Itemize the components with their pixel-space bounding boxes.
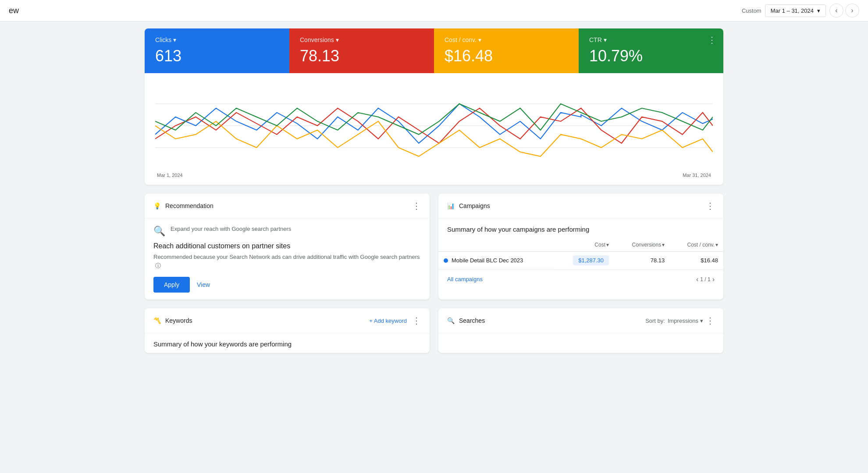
campaigns-card: 📊 Campaigns ⋮ Summary of how your campai… [438, 194, 723, 300]
sort-select[interactable]: Impressions ▾ [668, 318, 703, 324]
conversions-value: 78.13 [300, 47, 423, 65]
keywords-icon: 〽️ [153, 317, 161, 324]
more-options-button[interactable]: ⋮ [708, 35, 716, 44]
recommendation-body: 🔍 Expand your reach with Google search p… [145, 219, 430, 300]
lightbulb-icon: 💡 [153, 202, 161, 209]
recommendation-sub-label: Expand your reach with Google search par… [171, 226, 291, 232]
clicks-value: 613 [155, 47, 279, 65]
recommendation-header: 💡 Recommendation ⋮ [145, 194, 430, 219]
nav-arrows: ‹ › [829, 4, 859, 18]
keywords-label: Keywords [165, 317, 192, 324]
recommendation-header-left: 💡 Recommendation [153, 202, 213, 209]
recommendation-description: Recommended because your Search Network … [153, 253, 421, 270]
col-cost-conv[interactable]: Cost / conv. ▾ [670, 238, 723, 252]
searches-header-left: 🔍 Searches [447, 317, 485, 324]
chevron-down-icon: ▾ [700, 318, 703, 324]
view-button[interactable]: View [197, 281, 210, 288]
keywords-header-left: 〽️ Keywords [153, 317, 192, 324]
campaign-conversions-cell: 78.13 [614, 252, 670, 270]
search-icon: 🔍 [153, 226, 165, 237]
keywords-card: 〽️ Keywords + Add keyword ⋮ Summary of h… [145, 308, 430, 353]
campaigns-header-left: 📊 Campaigns [447, 202, 490, 209]
campaigns-summary: Summary of how your campaigns are perfor… [438, 219, 723, 238]
add-keyword-button[interactable]: + Add keyword [369, 318, 407, 324]
recommendation-actions: Apply View [153, 277, 421, 293]
recommendation-row: 🔍 Expand your reach with Google search p… [153, 226, 421, 237]
custom-label: Custom [742, 7, 761, 14]
chart-dates: Mar 1, 2024 Mar 31, 2024 [155, 173, 713, 178]
recommendation-card: 💡 Recommendation ⋮ 🔍 Expand your reach w… [145, 194, 430, 300]
keywords-summary: Summary of how your keywords are perform… [145, 333, 430, 353]
info-icon: ⓘ [155, 262, 161, 269]
bottom-grid: 💡 Recommendation ⋮ 🔍 Expand your reach w… [145, 194, 723, 353]
campaign-cost-conv-cell: $16.48 [670, 252, 723, 270]
recommendation-title: Reach additional customers on partner si… [153, 242, 421, 250]
metric-clicks: Clicks ▾ 613 [145, 28, 289, 73]
search-icon: 🔍 [447, 317, 455, 324]
stats-card: Clicks ▾ 613 Conversions ▾ 78.13 Cost / … [145, 28, 723, 185]
col-campaign-name [438, 238, 555, 252]
main-content: Clicks ▾ 613 Conversions ▾ 78.13 Cost / … [136, 21, 732, 360]
metric-conversions: Conversions ▾ 78.13 [289, 28, 434, 73]
chevron-down-icon: ▾ [336, 36, 339, 43]
sort-arrow-icon: ▾ [715, 242, 718, 248]
conversions-label[interactable]: Conversions ▾ [300, 36, 423, 43]
campaigns-more-button[interactable]: ⋮ [706, 201, 715, 211]
performance-chart [155, 82, 713, 169]
sort-by-label: Sort by: [645, 318, 665, 324]
clicks-label[interactable]: Clicks ▾ [155, 36, 279, 43]
sort-value: Impressions [668, 318, 698, 324]
campaigns-footer: All campaigns ‹ 1 / 1 › [438, 270, 723, 289]
searches-header: 🔍 Searches Sort by: Impressions ▾ ⋮ [438, 308, 723, 333]
cost-conv-label[interactable]: Cost / conv. ▾ [445, 36, 568, 43]
campaigns-header: 📊 Campaigns ⋮ [438, 194, 723, 219]
campaign-cost-cell: $1,287.30 [555, 252, 614, 270]
keywords-header: 〽️ Keywords + Add keyword ⋮ [145, 308, 430, 333]
metric-cost-conv: Cost / conv. ▾ $16.48 [434, 28, 579, 73]
searches-header-right: Sort by: Impressions ▾ ⋮ [645, 315, 715, 326]
chevron-down-icon: ▾ [817, 7, 820, 14]
ctr-label[interactable]: CTR ▾ [589, 36, 713, 43]
cost-value: $1,287.30 [573, 255, 609, 265]
cost-conv-value: $16.48 [445, 47, 568, 65]
next-arrow[interactable]: › [845, 4, 859, 18]
table-row: Mobile Detail BLC Dec 2023 $1,287.30 78.… [438, 252, 723, 270]
chart-area: Mar 1, 2024 Mar 31, 2024 [145, 73, 723, 185]
searches-card: 🔍 Searches Sort by: Impressions ▾ ⋮ [438, 308, 723, 353]
campaigns-label: Campaigns [459, 202, 490, 209]
ctr-value: 10.79% [589, 47, 713, 65]
campaign-name-cell: Mobile Detail BLC Dec 2023 [438, 252, 555, 269]
top-bar: ew Custom Mar 1 – 31, 2024 ▾ ‹ › [0, 0, 868, 21]
recommendation-more-button[interactable]: ⋮ [412, 201, 421, 211]
recommendation-label: Recommendation [165, 202, 213, 209]
prev-arrow[interactable]: ‹ [829, 4, 843, 18]
chart-start-date: Mar 1, 2024 [157, 173, 183, 178]
keywords-more-button[interactable]: ⋮ [412, 315, 421, 326]
campaign-dot [444, 258, 448, 263]
chevron-down-icon: ▾ [478, 36, 481, 43]
col-cost[interactable]: Cost ▾ [555, 238, 614, 252]
next-page-button[interactable]: › [712, 275, 715, 283]
date-range-selector[interactable]: Mar 1 – 31, 2024 ▾ [765, 4, 826, 17]
apply-button[interactable]: Apply [153, 277, 190, 293]
campaigns-table: Cost ▾ Conversions ▾ Cos [438, 238, 723, 270]
sort-arrow-icon: ▾ [606, 242, 609, 248]
all-campaigns-link[interactable]: All campaigns [447, 276, 483, 282]
prev-page-button[interactable]: ‹ [696, 275, 698, 283]
searches-label: Searches [459, 317, 485, 324]
date-range-text: Mar 1 – 31, 2024 [771, 7, 814, 14]
col-conversions[interactable]: Conversions ▾ [614, 238, 670, 252]
searches-more-button[interactable]: ⋮ [706, 315, 715, 326]
keywords-header-actions: + Add keyword ⋮ [369, 315, 421, 326]
chart-end-date: Mar 31, 2024 [683, 173, 711, 178]
metric-ctr: CTR ▾ 10.79% ⋮ [579, 28, 723, 73]
sort-arrow-icon: ▾ [662, 242, 665, 248]
stats-metrics: Clicks ▾ 613 Conversions ▾ 78.13 Cost / … [145, 28, 723, 73]
bar-chart-icon: 📊 [447, 202, 455, 209]
pagination: ‹ 1 / 1 › [696, 275, 715, 283]
page-indicator: 1 / 1 [700, 276, 710, 282]
chevron-down-icon: ▾ [604, 36, 607, 43]
app-title: ew [9, 6, 19, 15]
chevron-down-icon: ▾ [173, 36, 176, 43]
